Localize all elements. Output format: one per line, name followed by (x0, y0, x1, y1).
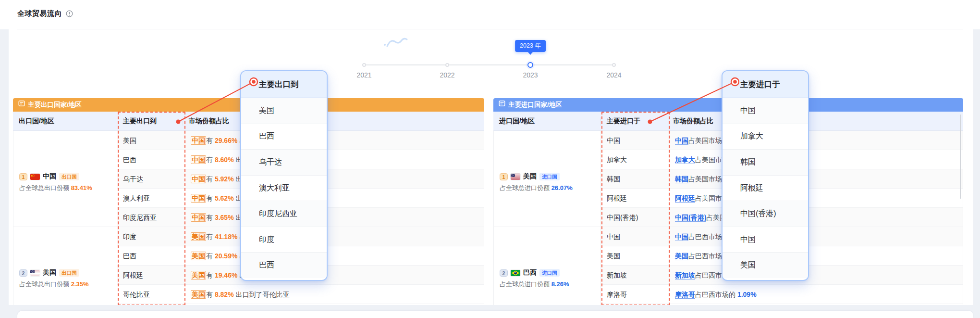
partner-cell: 巴西 (117, 150, 183, 169)
popup-menu-item[interactable]: 加拿大 (723, 124, 808, 150)
timeline-year-label: 2024 (595, 71, 633, 79)
table-list-icon (499, 98, 505, 112)
partner-cell: 中国 (601, 131, 667, 150)
country-highlight[interactable]: 美国 (191, 290, 206, 299)
flag-icon-us (511, 172, 520, 181)
popup-menu-item[interactable]: 澳大利亚 (241, 176, 327, 202)
market-share-cell: 韩国占美国市场的 (667, 169, 963, 189)
market-share-cell: 中国(香港)占美国市 (667, 208, 963, 227)
page-title: 全球贸易流向 (17, 9, 62, 18)
country-highlight[interactable]: 加拿大 (675, 156, 695, 164)
popup-menu-item[interactable]: 印度尼西亚 (241, 201, 327, 227)
column-header-0: 出口国/地区 (13, 117, 117, 126)
partner-cell: 加拿大 (601, 150, 667, 169)
popup-menu-item[interactable]: 韩国 (723, 150, 808, 176)
column-header-1: 主要出口到 (117, 117, 183, 126)
flag-icon-br (511, 268, 520, 277)
partner-cell: 印度 (117, 227, 183, 246)
market-share-cell: 阿根廷占美国市场 (667, 189, 963, 208)
global-share-label: 占全球总进口份额 (500, 280, 550, 288)
role-tag: 进口国 (539, 173, 560, 180)
card-header-band (0, 0, 980, 29)
timeline-tick[interactable] (612, 63, 616, 67)
global-share-label: 占全球总出口份额 (19, 184, 69, 191)
rank-badge: 2 (500, 269, 508, 277)
timeline-tick[interactable] (445, 63, 449, 67)
market-share-cell: 美国有 41.18% 出 (183, 227, 484, 246)
popup-menu-item[interactable]: 印度 (241, 227, 327, 253)
country-highlight[interactable]: 中国(香港) (675, 214, 706, 222)
country-group-cell: 1中国出口国占全球总出口份额 83.41% (13, 131, 117, 227)
share-percent: 5.62% (215, 194, 234, 202)
timeline-year-label: 2023 (511, 71, 550, 79)
country-highlight[interactable]: 美国 (191, 232, 206, 241)
global-share-label: 占全球总出口份额 (19, 280, 69, 288)
partner-cell: 美国 (117, 131, 183, 150)
timeline-year-label: 2021 (345, 71, 383, 79)
country-highlight[interactable]: 摩洛哥 (675, 291, 695, 299)
column-header-1: 主要进口于 (600, 117, 667, 126)
global-share-value: 8.26% (551, 280, 569, 288)
country-highlight[interactable]: 中国 (191, 175, 206, 183)
popup-menu-item[interactable]: 中国 (723, 227, 808, 253)
country-highlight[interactable]: 中国 (191, 155, 206, 164)
partner-cell: 摩洛哥 (601, 285, 667, 304)
popup-menu-item[interactable]: 乌干达 (241, 150, 327, 176)
timeline-track[interactable] (364, 64, 614, 65)
popup-menu-item[interactable]: 美国 (723, 253, 808, 278)
market-share-cell: 美国有 19.46% 出 (183, 266, 484, 285)
country-highlight[interactable]: 阿根廷 (675, 194, 695, 203)
popup-menu-item[interactable]: 巴西 (241, 253, 327, 278)
country-highlight[interactable]: 中国 (191, 136, 206, 145)
info-circle-icon[interactable] (66, 10, 73, 17)
country-title-line: 2美国出口国 (19, 268, 117, 278)
country-highlight[interactable]: 美国 (675, 252, 688, 260)
market-share-cell: 中国有 8.60% 出 (183, 150, 484, 169)
country-name: 美国 (43, 268, 56, 277)
market-share-cell: 中国占美国市场的 (667, 131, 963, 150)
global-share-line: 占全球总进口份额 8.26% (500, 280, 600, 289)
market-share-cell: 中国有 5.92% 出 (183, 169, 484, 189)
partner-cell: 阿根廷 (117, 266, 183, 285)
header-divider (17, 29, 963, 29)
share-percent: 19.46% (215, 271, 237, 279)
popup-menu-item[interactable]: 美国 (241, 98, 327, 124)
timeline-tooltip-arrow (527, 51, 533, 55)
country-highlight[interactable]: 韩国 (675, 175, 688, 183)
role-tag: 出口国 (59, 173, 79, 180)
market-share-cell: 美国有 20.59% 出 (183, 246, 484, 266)
country-group-cell: 2美国出口国占全球总出口份额 2.35% (13, 227, 117, 305)
role-tag: 出口国 (59, 269, 79, 277)
country-name: 巴西 (523, 268, 537, 277)
partner-cell: 澳大利亚 (117, 189, 183, 208)
country-group-cell: 1美国进口国占全球总进口份额 26.07% (494, 131, 601, 227)
popup-menu-item[interactable]: 巴西 (241, 124, 327, 150)
market-share-cell: 中国有 5.62% 出 (183, 189, 484, 208)
partner-cell: 哥伦比亚 (117, 285, 183, 304)
import-source-popup[interactable]: 主要进口于 中国加拿大韩国阿根廷中国(香港)中国美国 (722, 70, 809, 281)
popup-menu-item[interactable]: 阿根廷 (723, 176, 808, 202)
country-title-line: 2巴西进口国 (500, 268, 600, 278)
country-highlight[interactable]: 美国 (191, 271, 206, 280)
timeline-tick[interactable] (362, 63, 366, 67)
timeline-year-label: 2022 (428, 71, 466, 79)
country-highlight[interactable]: 中国 (191, 213, 206, 222)
country-highlight[interactable]: 美国 (191, 252, 206, 260)
popup-menu-item[interactable]: 中国 (723, 98, 808, 124)
panel-scrollbar-thumb[interactable] (960, 114, 961, 199)
partner-cell: 巴西 (117, 246, 183, 266)
global-share-label: 占全球总进口份额 (500, 184, 550, 191)
share-percent: 1.09% (737, 291, 757, 298)
table-list-icon (18, 98, 25, 112)
import-popup-title: 主要进口于 (723, 71, 808, 98)
export-destination-popup[interactable]: 主要出口到 美国巴西乌干达澳大利亚印度尼西亚印度巴西 (240, 70, 328, 281)
popup-menu-item[interactable]: 中国(香港) (723, 201, 808, 227)
timeline-handle[interactable] (527, 62, 533, 68)
share-percent: 41.18% (215, 233, 237, 241)
flag-icon-us (30, 268, 40, 277)
country-highlight[interactable]: 中国 (191, 194, 206, 203)
country-highlight[interactable]: 新加坡 (675, 271, 695, 280)
country-highlight[interactable]: 中国 (675, 137, 688, 145)
partner-cell: 美国 (601, 246, 667, 266)
country-highlight[interactable]: 中国 (675, 233, 688, 241)
